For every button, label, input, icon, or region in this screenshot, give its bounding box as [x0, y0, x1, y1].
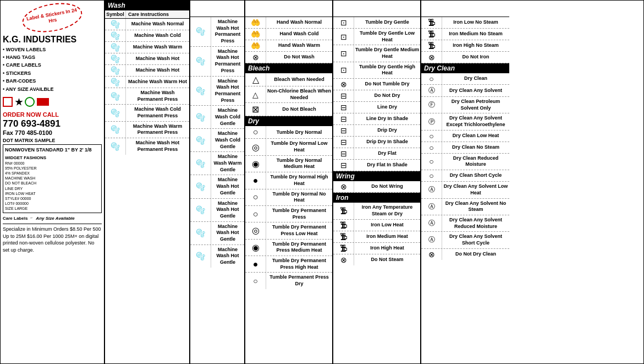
- widget-fashions: WIDGET FASHIONS: [5, 155, 100, 161]
- dc-text-4: Dry Clean Any Solvent Except Trichloroet…: [442, 113, 509, 129]
- care-labels-label: Care Labels: [3, 216, 27, 221]
- care-instructions-header: Care Instructions: [126, 10, 189, 18]
- dc-row-2: Ⓐ Dry Clean Any Solvent: [421, 85, 509, 97]
- tg-text-4: Tumble Dry Gentle High Heat: [354, 62, 420, 78]
- dry-icon-1: ○: [245, 126, 266, 138]
- dc-text-9: Dry Clean Any Solvent Low Heat: [442, 182, 509, 198]
- wash-text-9: Machine Wash Warm Permanent Press: [126, 122, 189, 138]
- bleach-icon-1: △: [245, 73, 266, 86]
- iron-text-1: Iron Any Temperature Steam or Dry: [354, 203, 420, 219]
- tg-icon-2: ⊡: [333, 29, 354, 45]
- tg-text-6: Do Not Dry: [354, 90, 420, 101]
- wash-text-1: Machine Wash Normal: [126, 19, 189, 30]
- tg-text-12: Dry Flat In Shade: [354, 160, 420, 171]
- dc-row-3: Ⓕ Dry Clean Petroleum Solvent Only: [421, 97, 509, 113]
- hw-text-3: Hand Wash Warm: [266, 40, 332, 51]
- wash2-text-2: Machine Wash Hot Permanent Press: [211, 47, 244, 76]
- dc-icon-1: ○: [421, 73, 442, 84]
- bleach-row-1: △ Bleach When Needed: [245, 73, 332, 86]
- wash-row-8: 🫧 Machine Wash Cold Permanent Press: [105, 105, 189, 121]
- iron-header: Iron: [333, 193, 420, 203]
- wash-icon-6: 🫧: [105, 77, 126, 88]
- wash2-text-10: Machine Wash Hot Gentle: [211, 245, 244, 268]
- dry-icon-4: ●: [245, 172, 266, 188]
- iron-row-2: 🗜 Iron Low Heat: [333, 220, 420, 231]
- wash2-row-7: 🫧 Machine Wash Hot Gentle: [190, 175, 244, 198]
- col2-spacer: [190, 1, 244, 17]
- dry-icon-7: ◎: [245, 222, 266, 238]
- dry-text-1: Tumble Dry Normal: [266, 126, 332, 138]
- tg-icon-11: ⊟: [333, 148, 354, 159]
- dc-text-6: Dry Clean No Steam: [442, 142, 509, 153]
- circle-icon: [25, 97, 35, 107]
- tg-row-3: ⊡ Tumble Dry Gentle Medium Heat: [333, 45, 420, 62]
- dry-row-7: ◎ Tumble Dry Permanent Press Low Heat: [245, 222, 332, 239]
- wash2-text-3: Machine Wash Hot Permanent Press: [211, 77, 244, 106]
- dryclean-header: Dry Clean: [421, 63, 509, 73]
- wash-text-6: Machine Wash Warm Hot: [126, 77, 189, 88]
- tg-row-4: ⊡ Tumble Dry Gentle High Heat: [333, 62, 420, 79]
- iron-icon-4: 🗜: [333, 243, 354, 254]
- wash2-row-8: 🫧 Machine Wash Hot Gentle: [190, 199, 244, 222]
- wash-row-2: 🫧 Machine Wash Cold: [105, 30, 189, 42]
- dry-text-9: Tumble Dry Permanent Press High Heat: [266, 256, 332, 272]
- wash2-row-1: 🫧 Machine Wash Hot Permanent Press: [190, 17, 244, 47]
- dc-text-3: Dry Clean Petroleum Solvent Only: [442, 97, 509, 113]
- dry-icon-2: ◎: [245, 139, 266, 155]
- ins-row-1: 🗜 Iron Low No Steam: [421, 17, 509, 29]
- tg-text-1: Tumble Dry Gentle: [354, 17, 420, 28]
- wash2-icon-1: 🫧: [190, 17, 211, 46]
- tg-row-8: ⊟ Line Dry In Shade: [333, 113, 420, 125]
- dc-row-7: ○ Dry Clean Reduced Moisture: [421, 154, 509, 170]
- dc-row-12: Ⓐ Dry Clean Any Solvent Short Cycle: [421, 232, 509, 248]
- tg-row-11: ⊟ Dry Flat: [333, 148, 420, 160]
- fax: Fax 770 485-0100: [3, 129, 102, 136]
- wash-row-10: 🫧 Machine Wash Hot Permanent Press: [105, 138, 189, 154]
- wash-row-3: 🫧 Machine Wash Warm: [105, 42, 189, 53]
- dry-text-6: Tumble Dry Permanent Press: [266, 206, 332, 222]
- tg-icon-8: ⊟: [333, 113, 354, 124]
- dc-text-1: Dry Clean: [442, 73, 509, 84]
- wash-icon-2: 🫧: [105, 30, 126, 41]
- dc-text-7: Dry Clean Reduced Moisture: [442, 154, 509, 170]
- dc-row-13: ⊗ Do Not Dry Clean: [421, 249, 509, 260]
- iron-row-5: ⊗ Do Not Steam: [333, 254, 420, 265]
- wash2-icon-7: 🫧: [190, 175, 211, 198]
- iron-row-4: 🗜 Iron High Heat: [333, 243, 420, 254]
- wash-row-6: 🫧 Machine Wash Warm Hot: [105, 77, 189, 88]
- dry-icon-9: ●: [245, 256, 266, 272]
- dc-icon-13: ⊗: [421, 249, 442, 260]
- bleach-text-1: Bleach When Needed: [266, 73, 332, 86]
- ins-icon-2: 🗜: [421, 29, 442, 40]
- iron-text-4: Iron High Heat: [354, 243, 420, 254]
- iron-row-1: 🗜 Iron Any Temperature Steam or Dry: [333, 203, 420, 219]
- nonwoven-title: NONWOVEN STANDARD 1" BY 2' 1/8: [5, 146, 100, 154]
- tg-row-1: ⊡ Tumble Dry Gentle: [333, 17, 420, 29]
- wash2-icon-3: 🫧: [190, 77, 211, 106]
- bleach-icon-2: △: [245, 86, 266, 102]
- ins-text-1: Iron Low No Steam: [442, 17, 509, 28]
- dry-row-4: ● Tumble Dry Normal High Heat: [245, 172, 332, 189]
- wash-icon-8: 🫧: [105, 105, 126, 121]
- wash2-icon-9: 🫧: [190, 222, 211, 245]
- tg-icon-5: ⊗: [333, 79, 354, 90]
- iron-text-3: Iron Medium Heat: [354, 231, 420, 242]
- wash-header: Wash: [105, 1, 189, 10]
- wash2-icon-4: 🫧: [190, 106, 211, 128]
- wash-col2: 🫧 Machine Wash Hot Permanent Press 🫧 Mac…: [190, 1, 245, 363]
- tg-row-5: ⊗ Do Not Tumble Dry: [333, 79, 420, 90]
- dc-icon-8: ○: [421, 170, 442, 181]
- dry-icon-3: ◉: [245, 156, 266, 172]
- dry-row-10: ○ Tumble Permanent Press Dry: [245, 273, 332, 289]
- wash2-icon-2: 🫧: [190, 47, 211, 76]
- ins-icon-3: 🗜: [421, 40, 442, 51]
- dry-row-6: ○ Tumble Dry Permanent Press: [245, 206, 332, 222]
- dc-icon-3: Ⓕ: [421, 97, 442, 113]
- dry-header: Dry: [245, 116, 332, 126]
- specialize-text: Specialize in Minimum Orders $8.50 Per 5…: [3, 224, 102, 253]
- wash-row-7: 🫧 Machine Wash Permanent Press: [105, 88, 189, 105]
- tg-icon-12: ⊟: [333, 160, 354, 171]
- col4-spacer: [333, 1, 420, 17]
- bullet-list: • WOVEN LABELS • HANG TAGS • CARE LABELS…: [3, 46, 102, 93]
- dry-icon-5: ○: [245, 189, 266, 205]
